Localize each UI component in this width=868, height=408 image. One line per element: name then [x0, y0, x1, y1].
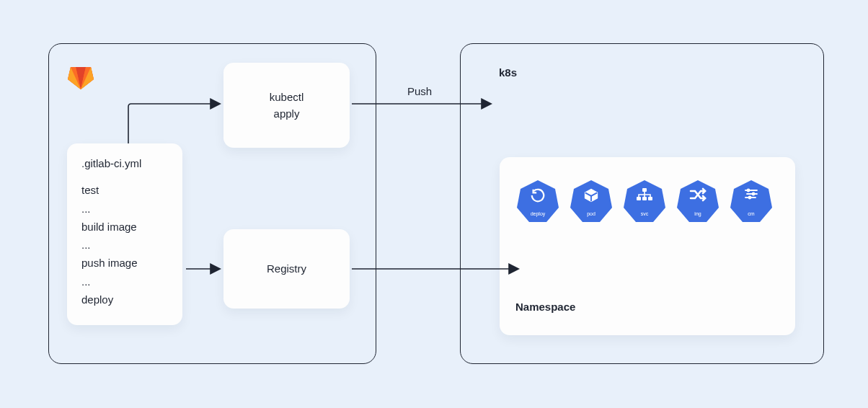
arrow-registry-to-namespace	[0, 0, 868, 408]
